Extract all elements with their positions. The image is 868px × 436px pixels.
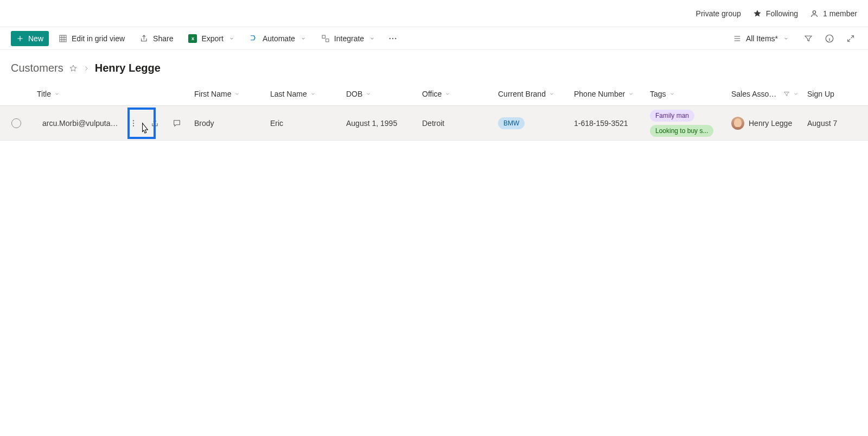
col-last-name[interactable]: Last Name	[266, 90, 342, 98]
chevron-down-icon	[549, 91, 554, 97]
svg-point-0	[813, 10, 815, 13]
brand-pill: BMW	[498, 117, 525, 129]
info-icon	[825, 34, 834, 43]
breadcrumb-separator	[83, 65, 90, 72]
svg-rect-1	[60, 35, 66, 42]
avatar	[731, 117, 744, 130]
chevron-down-icon	[366, 91, 371, 97]
chevron-down-icon	[445, 91, 450, 97]
chevron-down-icon	[54, 91, 60, 97]
row-phone: 1-618-159-3521	[570, 119, 646, 128]
flow-icon	[250, 34, 258, 43]
follow-label: Following	[766, 9, 798, 18]
chevron-down-icon	[234, 91, 240, 97]
filter-icon	[783, 91, 790, 97]
sales-associate-name: Henry Legge	[749, 119, 792, 128]
more-vertical-icon	[129, 119, 138, 128]
col-dob[interactable]: DOB	[342, 90, 418, 98]
automate-button[interactable]: Automate	[244, 31, 311, 46]
list-header-row: Title First Name Last Name DOB Office Cu…	[0, 82, 868, 106]
plus-icon	[16, 35, 24, 42]
person-icon	[810, 9, 819, 18]
star-outline-icon[interactable]	[69, 64, 78, 73]
chevron-down-icon	[369, 36, 375, 41]
follow-toggle[interactable]: Following	[753, 9, 798, 18]
share-label: Share	[153, 34, 173, 43]
expand-icon	[846, 34, 855, 43]
col-sales-associate[interactable]: Sales Associ...	[727, 90, 803, 98]
comment-icon	[173, 119, 181, 128]
sharepoint-list: Title First Name Last Name DOB Office Cu…	[0, 82, 868, 141]
svg-point-8	[133, 120, 134, 121]
star-filled-icon	[753, 9, 762, 18]
expand-button[interactable]	[844, 32, 857, 45]
share-icon	[140, 34, 149, 43]
list-row[interactable]: arcu.Morbi@vulputatedui... Brody Eric Au…	[0, 106, 868, 141]
col-title[interactable]: Title	[33, 90, 190, 98]
view-selector[interactable]: All Items*	[727, 31, 794, 46]
svg-point-10	[133, 125, 134, 126]
filter-panel-button[interactable]	[802, 32, 815, 45]
row-office: Detroit	[418, 119, 494, 128]
col-brand[interactable]: Current Brand	[494, 90, 570, 98]
row-title[interactable]: arcu.Morbi@vulputatedui...	[42, 119, 119, 128]
chevron-down-icon	[669, 91, 675, 97]
edit-in-grid-label: Edit in grid view	[72, 34, 125, 43]
members-button[interactable]: 1 member	[810, 9, 857, 18]
row-signup: August 7	[803, 119, 852, 128]
integrate-label: Integrate	[334, 34, 364, 43]
row-tags: Family man Looking to buy s...	[646, 110, 727, 137]
chevron-down-icon	[229, 36, 234, 41]
col-first-name[interactable]: First Name	[190, 90, 266, 98]
more-horizontal-icon	[388, 34, 398, 43]
new-button[interactable]: New	[11, 31, 49, 46]
svg-rect-2	[322, 35, 325, 38]
row-sales-associate: Henry Legge	[727, 117, 803, 130]
row-more-actions-button[interactable]	[125, 115, 142, 132]
chevron-down-icon	[310, 91, 316, 97]
view-name: All Items*	[746, 34, 778, 43]
info-panel-button[interactable]	[822, 31, 837, 46]
row-first-name: Brody	[190, 119, 266, 128]
export-button[interactable]: x Export	[183, 31, 239, 46]
svg-rect-3	[326, 39, 328, 41]
tag-pill: Family man	[650, 110, 694, 122]
share-icon	[151, 119, 159, 128]
more-commands-button[interactable]	[385, 30, 401, 47]
breadcrumb-current: Henry Legge	[95, 62, 161, 74]
edit-in-grid-button[interactable]: Edit in grid view	[53, 31, 130, 46]
row-last-name: Eric	[266, 119, 342, 128]
integrate-icon	[321, 34, 330, 43]
row-brand: BMW	[494, 117, 570, 129]
svg-point-4	[390, 37, 391, 39]
row-comment-button[interactable]	[168, 115, 186, 132]
new-label: New	[28, 34, 43, 43]
export-label: Export	[201, 34, 223, 43]
filter-icon	[804, 34, 813, 43]
radio-unchecked-icon	[11, 118, 21, 128]
col-tags[interactable]: Tags	[646, 90, 727, 98]
svg-point-9	[133, 122, 134, 123]
col-signup[interactable]: Sign Up	[803, 90, 852, 98]
list-icon	[733, 34, 742, 43]
members-count: 1 member	[823, 9, 857, 18]
share-button[interactable]: Share	[135, 31, 178, 46]
col-office[interactable]: Office	[418, 90, 494, 98]
row-dob: August 1, 1995	[342, 119, 418, 128]
row-select[interactable]	[0, 118, 33, 128]
chevron-down-icon	[783, 36, 789, 41]
col-phone[interactable]: Phone Number	[570, 90, 646, 98]
svg-point-6	[395, 37, 396, 39]
excel-icon: x	[188, 34, 197, 43]
chevron-down-icon	[301, 36, 306, 41]
integrate-button[interactable]: Integrate	[316, 31, 380, 46]
automate-label: Automate	[263, 34, 295, 43]
chevron-down-icon	[793, 91, 799, 97]
grid-icon	[59, 34, 67, 43]
row-share-button[interactable]	[146, 115, 164, 132]
svg-point-5	[392, 37, 393, 39]
chevron-down-icon	[628, 91, 634, 97]
tag-pill: Looking to buy s...	[650, 125, 713, 137]
breadcrumb-root[interactable]: Customers	[11, 62, 63, 74]
group-visibility: Private group	[696, 9, 741, 18]
